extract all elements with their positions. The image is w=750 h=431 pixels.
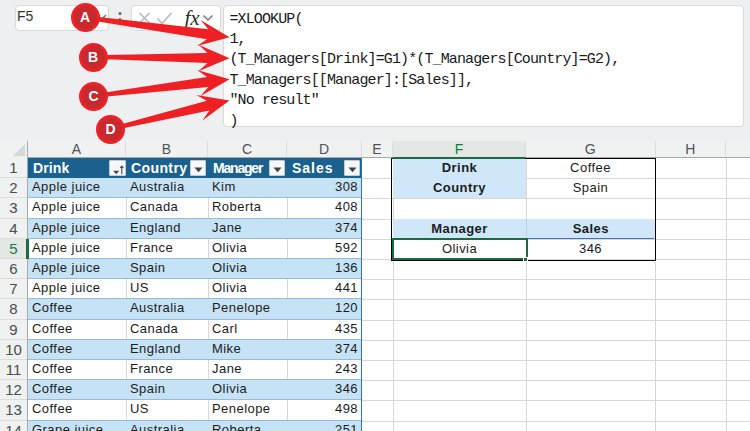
svg-text:fx: fx bbox=[185, 6, 201, 30]
